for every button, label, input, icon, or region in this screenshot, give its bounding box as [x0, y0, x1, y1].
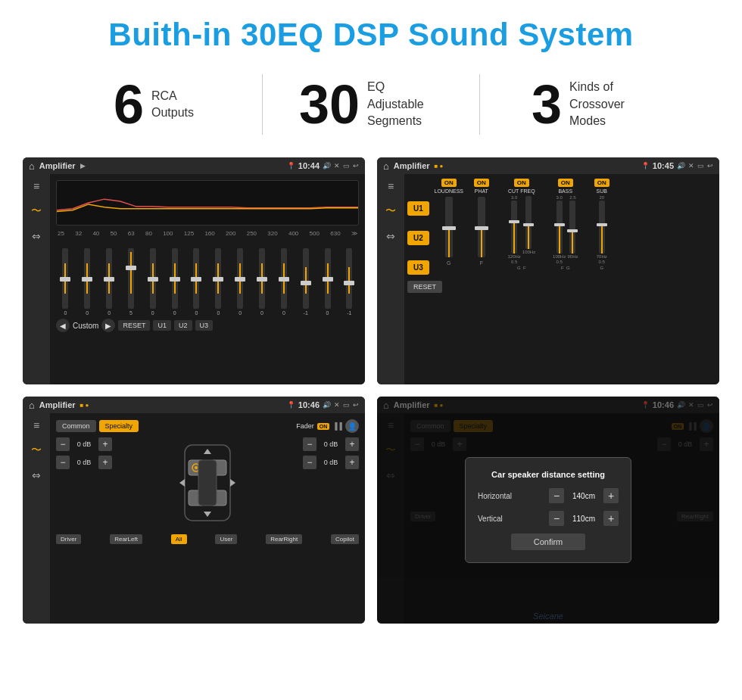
record-dot-3: ■ ● [80, 402, 89, 409]
bottom-right-plus[interactable]: + [345, 456, 359, 469]
vertical-plus[interactable]: + [603, 511, 619, 526]
sub-on: ON [594, 179, 610, 187]
car-svg [162, 437, 253, 528]
bottom-left-minus[interactable]: − [56, 456, 70, 469]
back-icon-1[interactable]: ↩ [353, 162, 359, 170]
arrows-icon-1[interactable]: ⇔ [32, 230, 41, 242]
horizontal-value: 140cm [569, 492, 599, 500]
u3-btn[interactable]: U3 [407, 260, 429, 275]
top-right-db: − 0 dB + [303, 437, 359, 451]
vertical-label: Vertical [478, 515, 503, 523]
copilot-btn[interactable]: Copilot [331, 534, 359, 544]
vertical-minus[interactable]: − [549, 511, 564, 526]
phat-channel: ON PHAT F [466, 179, 497, 275]
svg-marker-9 [204, 512, 211, 517]
sidebar-1: ≡ 〜 ⇔ [23, 174, 50, 384]
status-bar-2: ⌂ Amplifier ■ ● 📍 10:45 🔊 ✕ ▭ ↩ [377, 157, 719, 174]
eq-u2-btn[interactable]: U2 [174, 320, 192, 331]
svg-point-6 [195, 466, 198, 469]
home-icon-3[interactable]: ⌂ [29, 400, 35, 411]
driver-btn[interactable]: Driver [56, 534, 81, 544]
eq-slider-2: 0 [106, 248, 112, 316]
location-icon-1: 📍 [287, 162, 295, 170]
close-icon-3[interactable]: ✕ [334, 401, 340, 409]
window-icon-1[interactable]: ▭ [343, 162, 350, 170]
home-icon-2[interactable]: ⌂ [383, 160, 389, 172]
eq-slider-3: 5 [128, 248, 134, 316]
status-time-2: 10:45 [653, 161, 674, 170]
bottom-right-minus[interactable]: − [303, 456, 316, 469]
home-icon-1[interactable]: ⌂ [29, 160, 35, 172]
specialty-tab[interactable]: Specialty [99, 420, 139, 432]
status-title-2: Amplifier [394, 161, 430, 170]
volume-icon-3[interactable]: 🔊 [323, 401, 331, 409]
all-btn[interactable]: All [171, 534, 187, 544]
rear-left-btn[interactable]: RearLeft [110, 534, 142, 544]
close-icon-1[interactable]: ✕ [334, 162, 340, 170]
horizontal-plus[interactable]: + [603, 488, 619, 503]
bottom-left-plus[interactable]: + [98, 456, 112, 469]
vertical-control: − 110cm + [549, 511, 619, 526]
zone-buttons: Driver RearLeft All User RearRight Copil… [56, 534, 359, 544]
eq-icon-1[interactable]: ≡ [33, 180, 39, 192]
sidebar-3: ≡ 〜 ⇔ [23, 413, 50, 624]
back-icon-2[interactable]: ↩ [707, 162, 713, 170]
amp2-reset-btn[interactable]: RESET [407, 281, 442, 293]
eq-slider-7: 0 [215, 248, 221, 316]
back-icon-3[interactable]: ↩ [353, 401, 359, 409]
top-right-minus[interactable]: − [303, 437, 316, 451]
loudness-slider[interactable] [445, 197, 453, 257]
common-tab[interactable]: Common [56, 420, 96, 432]
user-icon-3[interactable]: 👤 [345, 419, 359, 433]
screens-grid: ⌂ Amplifier ▶ 📍 10:44 🔊 ✕ ▭ ↩ ≡ 〜 ⇔ [0, 150, 742, 631]
eq-u1-btn[interactable]: U1 [153, 320, 171, 331]
window-icon-2[interactable]: ▭ [697, 162, 704, 170]
eq-u3-btn[interactable]: U3 [195, 320, 214, 331]
eq-slider-13: -1 [346, 248, 352, 316]
stat-rca: 6 RCAOutputs [45, 77, 262, 132]
channel-sliders: ON LOUDNESS G ON PHAT [434, 179, 716, 275]
speaker-layout: − 0 dB + − 0 dB + [56, 437, 359, 528]
volume-icon-2[interactable]: 🔊 [677, 162, 685, 170]
cutfreq-slider-2[interactable] [525, 196, 532, 249]
horizontal-minus[interactable]: − [549, 488, 564, 503]
dialog-overlay: Car speaker distance setting Horizontal … [377, 397, 719, 624]
top-left-plus[interactable]: + [98, 437, 112, 451]
loudness-channel: ON LOUDNESS G [434, 179, 464, 275]
phat-slider[interactable] [478, 197, 485, 257]
u2-btn[interactable]: U2 [407, 231, 429, 245]
bottom-right-db: − 0 dB + [303, 456, 359, 469]
bottom-left-db: − 0 dB + [56, 456, 112, 469]
location-icon-2: 📍 [641, 162, 650, 170]
eq-prev-btn[interactable]: ◀ [56, 319, 70, 332]
bass-slider-1[interactable] [556, 201, 563, 254]
volume-icon-1[interactable]: 🔊 [323, 162, 331, 170]
status-time-3: 10:46 [298, 400, 320, 409]
bass-slider-2[interactable] [569, 201, 575, 254]
top-right-plus[interactable]: + [345, 437, 359, 451]
fader-label: Fader [296, 422, 314, 430]
rear-right-btn[interactable]: RearRight [266, 534, 302, 544]
top-left-minus[interactable]: − [56, 437, 70, 451]
eq-reset-btn[interactable]: RESET [118, 320, 150, 331]
window-icon-3[interactable]: ▭ [343, 401, 350, 409]
stat-label-rca: RCAOutputs [151, 88, 194, 122]
arrows-icon-3[interactable]: ⇔ [32, 469, 41, 481]
wave-icon-2[interactable]: 〜 [385, 204, 396, 218]
wave-icon-1[interactable]: 〜 [31, 204, 42, 218]
stat-number-eq: 30 [299, 77, 360, 132]
eq-icon-3[interactable]: ≡ [33, 419, 39, 431]
user-btn[interactable]: User [215, 534, 237, 544]
sub-label: SUB [597, 188, 607, 194]
eq-content: 25 32 40 50 63 80 100 125 160 200 250 32… [50, 174, 365, 384]
close-icon-2[interactable]: ✕ [688, 162, 694, 170]
confirm-button[interactable]: Confirm [511, 534, 586, 550]
cutfreq-slider-1[interactable] [511, 201, 517, 254]
eq-icon-2[interactable]: ≡ [388, 180, 394, 192]
sub-slider[interactable] [599, 201, 605, 254]
arrows-icon-2[interactable]: ⇔ [386, 230, 395, 242]
wave-icon-3[interactable]: 〜 [31, 443, 42, 457]
eq-screen: ⌂ Amplifier ▶ 📍 10:44 🔊 ✕ ▭ ↩ ≡ 〜 ⇔ [23, 157, 365, 384]
eq-next-btn[interactable]: ▶ [101, 319, 115, 332]
u1-btn[interactable]: U1 [407, 201, 429, 216]
